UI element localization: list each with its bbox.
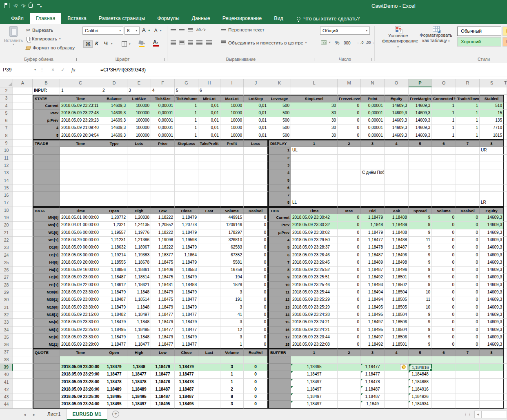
cell-I11[interactable]	[220, 155, 244, 162]
cell-P13[interactable]	[409, 169, 432, 177]
cell-L13[interactable]	[291, 169, 338, 177]
cell-L36[interactable]: 2018.05.09 23:22:08	[291, 341, 338, 349]
cell-style-Н[interactable]: Н	[503, 27, 507, 36]
cell-S42[interactable]	[480, 386, 504, 393]
cell-S25[interactable]: 14609,3	[480, 259, 504, 267]
cell-F11[interactable]	[151, 155, 175, 162]
cell-G17[interactable]	[175, 199, 198, 207]
cell-F22[interactable]: 1,19098	[151, 237, 175, 244]
cell-E10[interactable]	[127, 147, 151, 154]
cell-S22[interactable]: 14609,3	[480, 237, 504, 244]
cell-J7[interactable]: 0,01	[244, 124, 268, 132]
cell-J25[interactable]: 0	[244, 259, 268, 267]
align-middle-icon[interactable]	[179, 28, 185, 32]
cell-P39[interactable]: 1,184816	[409, 364, 432, 371]
cell-T12[interactable]	[504, 162, 507, 169]
cell-H11[interactable]	[198, 155, 220, 162]
cell-Q25[interactable]: 0	[432, 259, 456, 267]
cell-H35[interactable]	[198, 334, 220, 341]
cell-S39[interactable]	[480, 364, 504, 371]
cell-O19[interactable]: 1,18488	[385, 214, 409, 222]
cell-O25[interactable]: 1,18498	[385, 259, 409, 267]
cell-Q39[interactable]	[432, 364, 456, 371]
cell-K9[interactable]: DISPLAY	[268, 140, 291, 147]
format-painter-button[interactable]: Формат по образцу	[26, 45, 75, 50]
cell-D20[interactable]: 1,2321	[101, 222, 127, 229]
cell-J39[interactable]: 0	[244, 364, 268, 371]
cell-T8[interactable]	[504, 132, 507, 140]
cell-Q5[interactable]: 1	[432, 110, 456, 117]
cell-P5[interactable]: 14609,3	[409, 110, 432, 117]
cell-S27[interactable]: 14609,3	[480, 274, 504, 281]
cell-P14[interactable]	[409, 177, 432, 184]
cell-D38[interactable]	[101, 356, 127, 364]
cell-Q41[interactable]	[432, 379, 456, 386]
cell-B17[interactable]	[33, 199, 60, 207]
cell-K15[interactable]: 6	[268, 184, 291, 192]
cell-M27[interactable]: 0	[338, 274, 361, 281]
cell-L27[interactable]: 2018.05.09 23:25:51	[291, 274, 338, 281]
touch-mode-icon[interactable]: ▾	[29, 2, 33, 11]
cell-J41[interactable]: 0	[244, 379, 268, 386]
cell-T40[interactable]	[504, 371, 507, 378]
cell-F27[interactable]: 1,18475	[151, 274, 175, 281]
cell-B3[interactable]: STATE	[33, 95, 60, 102]
cell-L40[interactable]: 1,18497	[291, 371, 338, 378]
cell-E13[interactable]	[127, 169, 151, 177]
decrease-indent-icon[interactable]	[196, 40, 202, 45]
cell-S20[interactable]: 14609,3	[480, 222, 504, 229]
cell-F30[interactable]: 1,18475	[151, 296, 175, 304]
cell-B22[interactable]: W1[1]	[33, 237, 60, 244]
cell-Q6[interactable]: 1	[432, 117, 456, 124]
cell-F24[interactable]: 1,18377	[151, 252, 175, 259]
cell-M19[interactable]: 0	[338, 214, 361, 222]
cell-T43[interactable]	[504, 393, 507, 401]
row-header-26[interactable]: 26	[0, 267, 13, 274]
cell-Q42[interactable]	[432, 386, 456, 393]
cell-P41[interactable]: 1,184888	[409, 379, 432, 386]
cell-L42[interactable]: 1,18497	[291, 386, 338, 393]
cell-S9[interactable]: 8	[480, 140, 504, 147]
cell-R4[interactable]: 1	[456, 102, 480, 110]
row-header-29[interactable]: 29	[0, 289, 13, 296]
cell-B13[interactable]	[33, 169, 60, 177]
cell-E38[interactable]	[127, 356, 151, 364]
cell-M29[interactable]: 0	[338, 289, 361, 296]
cell-M3[interactable]: FreezeLevel	[338, 95, 361, 102]
cell-N30[interactable]: 1,18494	[361, 296, 385, 304]
cell-B43[interactable]	[33, 393, 60, 401]
cell-C8[interactable]: 2018.05.09 20:34:54	[60, 132, 101, 140]
cell-G15[interactable]	[175, 184, 198, 192]
cell-O28[interactable]: 1,18502	[385, 282, 409, 289]
cell-Q27[interactable]: 0	[432, 274, 456, 281]
cell-N44[interactable]: 1,1849	[361, 401, 385, 408]
cell-C4[interactable]: 2018.05.09 23:23:11	[60, 102, 101, 110]
cell-B33[interactable]: M5[0]	[33, 319, 60, 326]
cell-D32[interactable]: 1,18482	[101, 311, 127, 319]
cell-M12[interactable]	[338, 162, 361, 169]
cell-F13[interactable]	[151, 169, 175, 177]
row-header-15[interactable]: 15	[0, 184, 13, 192]
cell-P17[interactable]	[409, 199, 432, 207]
cell-J9[interactable]: Loss	[244, 140, 268, 147]
cell-R44[interactable]	[456, 401, 480, 408]
cell-N3[interactable]: Point	[361, 95, 385, 102]
cell-F19[interactable]: 1,18222	[151, 214, 175, 222]
cell-R27[interactable]: 0	[456, 274, 480, 281]
cell-Q12[interactable]	[432, 162, 456, 169]
cell-Q3[interactable]: Connected?	[432, 95, 456, 102]
cell-L19[interactable]: 2018.05.09 23:30:42	[291, 214, 338, 222]
cell-D42[interactable]: 1,18489	[101, 386, 127, 393]
cell-B40[interactable]	[33, 371, 60, 378]
number-dialog-launcher[interactable]	[368, 58, 371, 61]
cell-T9[interactable]	[504, 140, 507, 147]
cell-M15[interactable]	[338, 184, 361, 192]
cell-S12[interactable]	[480, 162, 504, 169]
cell-Q43[interactable]	[432, 393, 456, 401]
col-header-H[interactable]: H	[198, 79, 220, 87]
cell-E26[interactable]: 1,18861	[127, 267, 151, 274]
cell-E28[interactable]: 1,18621	[127, 282, 151, 289]
cell-F23[interactable]: 1,18222	[151, 244, 175, 251]
cell-D33[interactable]: 1,18479	[101, 319, 127, 326]
cell-D12[interactable]	[101, 162, 127, 169]
